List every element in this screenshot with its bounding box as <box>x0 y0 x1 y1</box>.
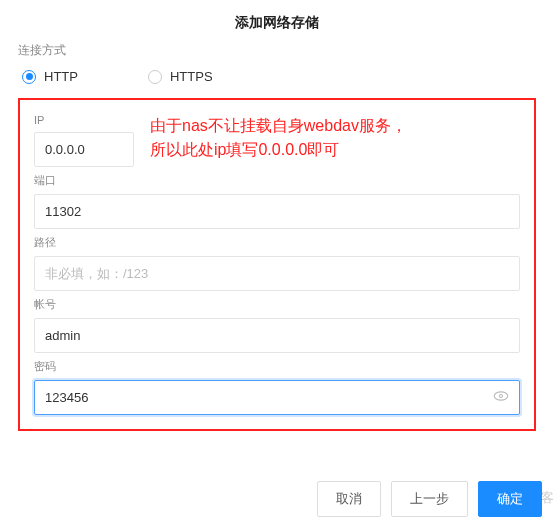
svg-point-0 <box>494 391 508 399</box>
ip-input[interactable] <box>34 132 134 167</box>
prev-button[interactable]: 上一步 <box>391 481 468 517</box>
password-input[interactable] <box>34 380 520 415</box>
dialog-title: 添加网络存储 <box>0 0 554 42</box>
connection-label: 连接方式 <box>18 42 536 59</box>
radio-https[interactable]: HTTPS <box>148 69 213 84</box>
ip-label: IP <box>34 114 520 126</box>
radio-icon <box>22 70 36 84</box>
radio-http-label: HTTP <box>44 69 78 84</box>
radio-http[interactable]: HTTP <box>22 69 78 84</box>
radio-icon <box>148 70 162 84</box>
port-input[interactable] <box>34 194 520 229</box>
port-label: 端口 <box>34 173 520 188</box>
watermark: 客 <box>541 489 554 507</box>
account-label: 帐号 <box>34 297 520 312</box>
form-highlight-box: 由于nas不让挂载自身webdav服务， 所以此处ip填写0.0.0.0即可 I… <box>18 98 536 431</box>
dialog-footer: 取消 上一步 确定 <box>317 481 542 517</box>
connection-radio-group: HTTP HTTPS <box>18 69 536 84</box>
eye-icon[interactable] <box>492 387 510 409</box>
ok-button[interactable]: 确定 <box>478 481 542 517</box>
path-input[interactable] <box>34 256 520 291</box>
cancel-button[interactable]: 取消 <box>317 481 381 517</box>
svg-point-1 <box>500 394 503 397</box>
password-label: 密码 <box>34 359 520 374</box>
account-input[interactable] <box>34 318 520 353</box>
path-label: 路径 <box>34 235 520 250</box>
radio-https-label: HTTPS <box>170 69 213 84</box>
